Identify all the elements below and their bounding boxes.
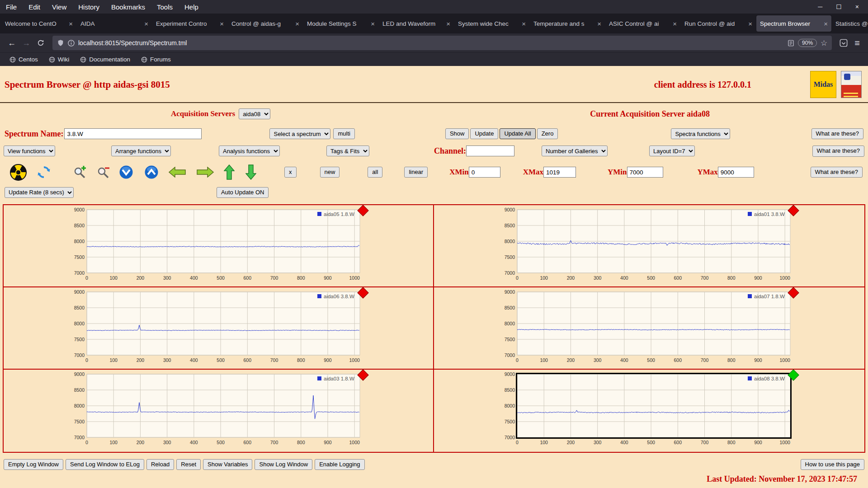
spectrum-panel[interactable]: 7000750080008500900001002003004005006007… bbox=[4, 370, 434, 452]
how-to-use-button[interactable]: How to use this page bbox=[801, 459, 864, 470]
all-button[interactable]: all bbox=[368, 167, 382, 178]
what-are-these-button[interactable]: What are these? bbox=[811, 167, 863, 178]
reload-icon[interactable] bbox=[33, 36, 48, 50]
show-button[interactable]: Show bbox=[445, 128, 469, 139]
back-icon[interactable]: ← bbox=[5, 36, 19, 50]
xmin-input[interactable] bbox=[469, 167, 500, 178]
bookmark-centos[interactable]: Centos bbox=[5, 56, 42, 63]
zoom-in-icon[interactable] bbox=[73, 165, 86, 179]
spectrum-name-input[interactable] bbox=[64, 128, 202, 139]
zero-button[interactable]: Zero bbox=[537, 128, 558, 139]
browser-tab[interactable]: Module Settings S× bbox=[303, 15, 378, 32]
view-functions-select[interactable]: View functions bbox=[4, 145, 55, 156]
scale-up-icon[interactable] bbox=[144, 165, 159, 179]
browser-tab[interactable]: LED and Waveform× bbox=[379, 15, 454, 32]
menu-help[interactable]: Help bbox=[179, 3, 204, 11]
what-are-these-button[interactable]: What are these? bbox=[812, 145, 864, 156]
ymin-input[interactable] bbox=[627, 167, 663, 178]
browser-tab-active[interactable]: Spectrum Browser× bbox=[756, 15, 831, 32]
menu-view[interactable]: View bbox=[46, 3, 72, 11]
browser-tab[interactable]: AIDA× bbox=[77, 15, 152, 32]
linear-button[interactable]: linear bbox=[404, 167, 428, 178]
browser-tab[interactable]: Statistics @ aidas× bbox=[832, 15, 868, 32]
save-page-icon[interactable] bbox=[836, 36, 851, 50]
tab-close-icon[interactable]: × bbox=[824, 20, 828, 28]
spectrum-panel[interactable]: 7000750080008500900001002003004005006007… bbox=[434, 287, 864, 370]
spectrum-panel[interactable]: 7000750080008500900001002003004005006007… bbox=[4, 287, 434, 370]
tab-close-icon[interactable]: × bbox=[597, 20, 601, 28]
update-button[interactable]: Update bbox=[470, 128, 498, 139]
browser-tab[interactable]: System wide Chec× bbox=[454, 15, 529, 32]
browser-tab[interactable]: Run Control @ aid× bbox=[681, 15, 756, 32]
radiation-icon[interactable] bbox=[10, 164, 27, 181]
browser-tab[interactable]: ASIC Control @ ai× bbox=[605, 15, 680, 32]
acquisition-server-select[interactable]: aida08 bbox=[239, 108, 270, 119]
tab-close-icon[interactable]: × bbox=[446, 20, 450, 28]
spectrum-panel[interactable]: 7000750080008500900001002003004005006007… bbox=[434, 205, 864, 287]
tab-close-icon[interactable]: × bbox=[748, 20, 752, 28]
scale-down-icon[interactable] bbox=[119, 165, 133, 179]
tab-close-icon[interactable]: × bbox=[220, 20, 224, 28]
menu-history[interactable]: History bbox=[72, 3, 105, 11]
auto-update-button[interactable]: Auto Update ON bbox=[217, 187, 269, 198]
forward-icon[interactable]: → bbox=[19, 36, 33, 50]
bookmark-forums[interactable]: Forums bbox=[137, 56, 175, 63]
tab-close-icon[interactable]: × bbox=[69, 20, 73, 28]
pan-up-icon[interactable] bbox=[224, 164, 235, 180]
layout-id-select[interactable]: Layout ID=7 bbox=[649, 145, 695, 156]
update-all-button[interactable]: Update All bbox=[500, 128, 535, 139]
zoom-out-icon[interactable] bbox=[96, 165, 110, 179]
pan-down-icon[interactable] bbox=[245, 164, 256, 180]
multi-button[interactable]: multi bbox=[333, 128, 354, 139]
maximize-icon[interactable]: ☐ bbox=[836, 3, 842, 10]
browser-tab[interactable]: Experiment Contro× bbox=[152, 15, 227, 32]
pan-right-icon[interactable] bbox=[197, 167, 214, 178]
spectrum-chart[interactable]: 7000750080008500900001002003004005006007… bbox=[496, 289, 864, 367]
xmax-input[interactable] bbox=[543, 167, 576, 178]
update-rate-select[interactable]: Update Rate (8 secs) bbox=[5, 187, 74, 198]
browser-tab[interactable]: Temperature and s× bbox=[530, 15, 605, 32]
pan-left-icon[interactable] bbox=[169, 167, 186, 178]
reader-view-icon[interactable] bbox=[788, 40, 794, 47]
site-info-icon[interactable] bbox=[68, 40, 75, 47]
menu-bookmarks[interactable]: Bookmarks bbox=[105, 3, 151, 11]
spectrum-chart[interactable]: 7000750080008500900001002003004005006007… bbox=[496, 207, 864, 285]
ymax-input[interactable] bbox=[718, 167, 754, 178]
bookmark-star-icon[interactable]: ☆ bbox=[821, 38, 827, 48]
tags-fits-select[interactable]: Tags & Fits bbox=[326, 145, 369, 156]
spectrum-panel[interactable]: 7000750080008500900001002003004005006007… bbox=[4, 205, 434, 287]
tab-close-icon[interactable]: × bbox=[522, 20, 526, 28]
send-log-to-elog-button[interactable]: Send Log Window to ELog bbox=[66, 459, 144, 470]
browser-tab[interactable]: Control @ aidas-g× bbox=[228, 15, 303, 32]
bookmark-documentation[interactable]: Documentation bbox=[76, 56, 134, 63]
spectrum-panel[interactable]: 7000750080008500900001002003004005006007… bbox=[434, 370, 864, 452]
tab-close-icon[interactable]: × bbox=[295, 20, 299, 28]
reload-button[interactable]: Reload bbox=[146, 459, 174, 470]
channel-input[interactable] bbox=[466, 145, 514, 156]
bookmark-wiki[interactable]: Wiki bbox=[45, 56, 74, 63]
spectrum-chart[interactable]: 7000750080008500900001002003004005006007… bbox=[66, 289, 433, 367]
number-of-galleries-select[interactable]: Number of Galleries bbox=[542, 145, 608, 156]
empty-log-window-button[interactable]: Empty Log Window bbox=[4, 459, 63, 470]
menu-edit[interactable]: Edit bbox=[23, 3, 46, 11]
show-variables-button[interactable]: Show Variables bbox=[203, 459, 252, 470]
menu-file[interactable]: File bbox=[0, 3, 23, 11]
spectrum-chart[interactable]: 7000750080008500900001002003004005006007… bbox=[66, 371, 433, 449]
minimize-icon[interactable]: ─ bbox=[818, 3, 822, 10]
reset-button[interactable]: Reset bbox=[176, 459, 201, 470]
tab-close-icon[interactable]: × bbox=[144, 20, 148, 28]
what-are-these-button[interactable]: What are these? bbox=[811, 128, 863, 139]
menu-tools[interactable]: Tools bbox=[151, 3, 179, 11]
arrange-functions-select[interactable]: Arrange functions bbox=[111, 145, 171, 156]
x-button[interactable]: x bbox=[284, 167, 297, 178]
spectrum-chart[interactable]: 7000750080008500900001002003004005006007… bbox=[496, 371, 864, 449]
browser-tab[interactable]: Welcome to CentO× bbox=[1, 15, 76, 32]
new-button[interactable]: new bbox=[320, 167, 340, 178]
tracking-shield-icon[interactable] bbox=[57, 39, 64, 47]
close-icon[interactable]: × bbox=[855, 3, 859, 10]
zoom-level-badge[interactable]: 90% bbox=[798, 39, 817, 47]
spectrum-chart[interactable]: 7000750080008500900001002003004005006007… bbox=[66, 207, 433, 285]
analysis-functions-select[interactable]: Analysis functions bbox=[219, 145, 280, 156]
url-bar[interactable]: localhost:8015/Spectrum/Spectrum.tml 90%… bbox=[52, 36, 832, 50]
spectra-functions-select[interactable]: Spectra functions bbox=[671, 128, 730, 139]
